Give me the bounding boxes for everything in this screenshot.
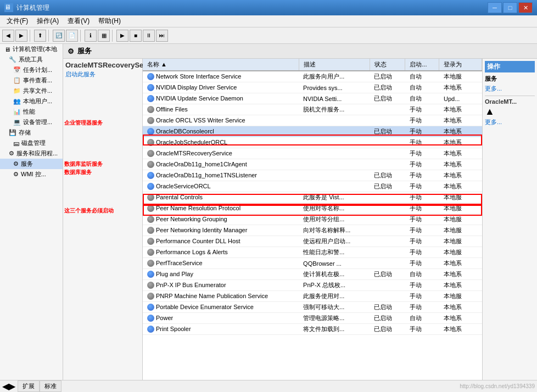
service-row-icon (147, 117, 154, 124)
table-row[interactable]: OracleOraDb11g_home1TNSListener已启动手动本地系 (143, 170, 482, 181)
sidebar-item-system-tools[interactable]: 🔧 系统工具 (0, 54, 63, 65)
close-button[interactable]: ✕ (518, 2, 533, 13)
toolbar-restart[interactable]: ⏭ (156, 30, 168, 42)
cell-service-name: Performance Logs & Alerts (143, 247, 299, 258)
menu-view[interactable]: 查看(V) (63, 15, 94, 27)
table-row[interactable]: Peer Name Resolution Protocol使用对等名称...手动… (143, 203, 482, 214)
cell-startup: 手动 (405, 148, 439, 159)
table-row[interactable]: OracleOraDb11g_home1ClrAgent手动本地系 (143, 159, 482, 170)
sidebar-label-11: 服务 (21, 160, 33, 168)
toolbar-export[interactable]: 📄 (66, 30, 78, 42)
cell-startup: 手动 (405, 115, 439, 126)
toolbar-sep1 (30, 30, 32, 42)
sidebar-item-storage[interactable]: 💾 存储 (0, 127, 63, 138)
menu-help[interactable]: 帮助(H) (94, 15, 125, 27)
table-row[interactable]: Oracle ORCL VSS Writer Service手动本地系 (143, 115, 482, 126)
table-row[interactable]: Print Spooler将文件加载到...已启动手动本地系 (143, 324, 482, 335)
service-row-icon (147, 216, 154, 223)
sidebar-item-computer-management[interactable]: 🖥 计算机管理(本地 (0, 44, 63, 54)
toolbar-grid[interactable]: ▦ (98, 30, 110, 42)
sidebar-item-event-viewer[interactable]: 📋 事件查看... (0, 75, 63, 86)
toolbar-up[interactable]: ⬆ (34, 30, 46, 42)
tab-standard[interactable]: 标准 (40, 380, 61, 392)
maximize-button[interactable]: □ (503, 2, 517, 13)
right-panel: ⚙ 服务 OracleMTSRecoveryService 启动此服务 企业管理… (63, 44, 537, 380)
sidebar-item-local-users[interactable]: 👥 本地用户... (0, 96, 63, 107)
toolbar-play[interactable]: ▶ (116, 30, 128, 42)
col-desc[interactable]: 描述 (299, 59, 370, 71)
table-row[interactable]: Portable Device Enumerator Service强制可移动大… (143, 302, 482, 313)
col-name[interactable]: 名称 ▲ (143, 59, 299, 71)
expand-icon: ▲ (485, 106, 495, 117)
table-row[interactable]: OracleMTSRecoveryService手动本地系 (143, 148, 482, 159)
table-area[interactable]: 名称 ▲ 描述 状态 启动... 登录为 Network Store Inter… (143, 59, 482, 380)
table-row[interactable]: Performance Counter DLL Host使远程用户启动...手动… (143, 236, 482, 247)
tab-expand[interactable]: 扩展 (18, 380, 40, 392)
ops-more1[interactable]: 更多... (485, 84, 535, 93)
toolbar-back[interactable]: ◀ (2, 30, 14, 42)
sidebar-item-services-apps[interactable]: ⚙ 服务和应用程... (0, 148, 63, 159)
performance-icon: 📊 (13, 108, 21, 115)
table-row[interactable]: Peer Networking Grouping使用对等分组...手动本地服 (143, 214, 482, 225)
cell-startup: 手动 (405, 170, 439, 181)
cell-service-name: Peer Networking Grouping (143, 214, 299, 225)
col-status[interactable]: 状态 (370, 59, 405, 71)
table-row[interactable]: OracleDBConsoleorcl已启动手动本地系 (143, 126, 482, 137)
sidebar-item-disk-management[interactable]: 🖴 磁盘管理 (0, 138, 63, 148)
toolbar-sep4 (112, 30, 114, 42)
table-row[interactable]: PNRP Machine Name Publication Service此服务… (143, 291, 482, 302)
annotation-db-service: 数据库服务 (64, 169, 141, 176)
ops-more2[interactable]: 更多... (485, 117, 535, 127)
sidebar-item-task-scheduler[interactable]: 📅 任务计划... (0, 65, 63, 75)
toolbar-refresh[interactable]: 🔃 (53, 30, 65, 42)
ops-more2-row: ▲ (485, 106, 535, 117)
table-row[interactable]: Network Store Interface Service此服务向用户...… (143, 71, 482, 82)
table-row[interactable]: Peer Networking Identity Manager向对等名称解释.… (143, 225, 482, 236)
table-row[interactable]: Parental Controls此服务是 Vist...手动本地服 (143, 192, 482, 203)
toolbar-forward[interactable]: ▶ (15, 30, 27, 42)
sidebar-label-5: 本地用户... (23, 97, 52, 105)
menu-file[interactable]: 文件(F) (2, 15, 32, 27)
table-row[interactable]: PnP-X IP Bus EnumeratorPnP-X 总线枚...手动本地系 (143, 280, 482, 291)
table-header-row: 名称 ▲ 描述 状态 启动... 登录为 (143, 59, 482, 71)
minimize-button[interactable]: ─ (488, 2, 502, 13)
table-row[interactable]: NVIDIA Display Driver ServiceProvides sy… (143, 82, 482, 93)
toolbar-pause[interactable]: ⏸ (143, 30, 155, 42)
cell-service-name: Print Spooler (143, 324, 299, 335)
cell-status (370, 258, 405, 269)
col-startup[interactable]: 启动... (405, 59, 439, 71)
services-table: 名称 ▲ 描述 状态 启动... 登录为 Network Store Inter… (143, 59, 482, 335)
table-row[interactable]: PerfTraceServiceQQBrowser ...手动本地系 (143, 258, 482, 269)
table-row[interactable]: Performance Logs & Alerts性能日志和警...手动本地服 (143, 247, 482, 258)
sidebar-item-wmi[interactable]: ⚙ WMI 控... (0, 169, 63, 180)
event-icon: 📋 (13, 77, 21, 84)
table-row[interactable]: OracleServiceORCL已启动手动本地系 (143, 181, 482, 192)
cell-service-name: Power (143, 313, 299, 324)
status-bar: ◀ ▶ 扩展 标准 http://blog.csdn.net/yd1394339 (0, 380, 537, 392)
scroll-left[interactable]: ◀ (2, 381, 9, 391)
cell-desc: 管理电源策略... (299, 313, 370, 324)
table-row[interactable]: Plug and Play使计算机在极...已启动自动本地系 (143, 269, 482, 280)
title-bar: 🖥 计算机管理 ─ □ ✕ (0, 0, 537, 15)
sidebar-item-performance[interactable]: 📊 性能 (0, 107, 63, 117)
cell-login: 本地系 (439, 280, 482, 291)
table-row[interactable]: Offline Files脱机文件服务...手动本地系 (143, 104, 482, 115)
cell-desc: 脱机文件服务... (299, 104, 370, 115)
sidebar-item-shared-folders[interactable]: 📁 共享文件... (0, 86, 63, 96)
table-row[interactable]: Power管理电源策略...已启动自动本地系 (143, 313, 482, 324)
scroll-right[interactable]: ▶ (9, 381, 15, 391)
cell-desc (299, 148, 370, 159)
cell-login: 本地系 (439, 313, 482, 324)
start-service-link[interactable]: 启动此服务 (65, 70, 140, 79)
sidebar-item-device-manager[interactable]: 💻 设备管理... (0, 117, 63, 127)
table-row[interactable]: NVIDIA Update Service DaemonNVIDIA Setti… (143, 93, 482, 104)
sidebar-item-services[interactable]: ⚙ 服务 (0, 159, 63, 169)
cell-startup: 手动 (405, 280, 439, 291)
col-login[interactable]: 登录为 (439, 59, 482, 71)
cell-service-name: Network Store Interface Service (143, 71, 299, 82)
table-row[interactable]: OracleJobSchedulerORCL手动本地系 (143, 137, 482, 148)
menu-action[interactable]: 操作(A) (32, 15, 63, 27)
toolbar-stop[interactable]: ■ (130, 30, 142, 42)
toolbar-info[interactable]: ℹ (85, 30, 97, 42)
service-row-icon (147, 84, 154, 91)
